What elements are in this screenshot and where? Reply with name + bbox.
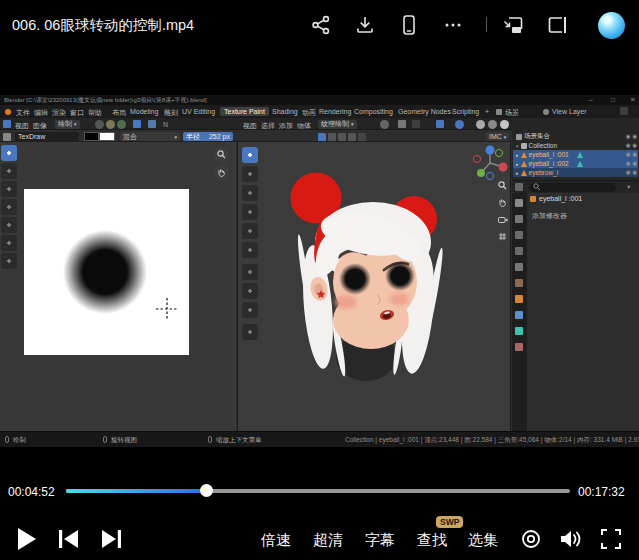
image-menu-view: 视图 xyxy=(15,121,29,131)
npanel-label: N xyxy=(163,121,168,128)
download-icon[interactable] xyxy=(354,14,376,36)
close-icon: ✕ xyxy=(630,96,635,104)
properties-caret: ▾ xyxy=(627,183,630,191)
visibility-icons: ◉ ◉◉ ◉◉ ◉◉ ◉◉ ◉ xyxy=(621,132,637,177)
more-icon[interactable] xyxy=(442,14,464,36)
tab-geometrynodes: Geometry Nodes xyxy=(398,108,451,115)
falloff-icon-3 xyxy=(338,133,346,141)
properties-type-icon xyxy=(515,183,523,191)
properties-panel: ▾ eyeball_l :001 添加修改器 xyxy=(512,180,639,431)
tool-cursor xyxy=(242,166,258,182)
find-button[interactable]: 查找 xyxy=(417,531,447,550)
blender-logo xyxy=(5,109,11,115)
status-hint-paint: 绘制 xyxy=(13,436,26,445)
viewlayer-name: View Layer xyxy=(552,108,587,115)
falloff-icon-5 xyxy=(358,133,366,141)
speed-button[interactable]: 倍速 xyxy=(261,531,291,550)
prop-tab-modifier xyxy=(515,311,523,319)
play-button[interactable] xyxy=(17,527,37,551)
eye-right xyxy=(385,261,415,291)
prop-tab-scene xyxy=(515,263,523,271)
paint-cursor-crosshair xyxy=(156,298,178,320)
status-stats: Collection | eyeball_l :001 | 顶点:23,448 … xyxy=(345,436,639,445)
vp-magnet-icon xyxy=(412,120,420,128)
blend-mode-dropdown: 混合▾ xyxy=(120,132,180,141)
brush-icon-1 xyxy=(95,120,104,129)
share-icon[interactable] xyxy=(310,14,332,36)
prop-tab-render xyxy=(515,215,523,223)
viewport-corner-badge: IMC▾ xyxy=(486,132,509,141)
tool-mask xyxy=(1,235,17,251)
blender-statusbar: 绘制 旋转视图 缩放上下文菜单 Collection | eyeball_l :… xyxy=(0,431,639,447)
avatar[interactable] xyxy=(598,12,625,39)
tool-scale xyxy=(242,223,258,239)
brush-icon-2 xyxy=(106,120,115,129)
subtitle-button[interactable]: 字幕 xyxy=(365,531,395,550)
viewlayer-icon xyxy=(543,109,549,115)
quality-button[interactable]: 超清 xyxy=(313,531,343,550)
menu-help: 帮助 xyxy=(88,108,102,118)
pan-hand-button xyxy=(214,165,229,180)
vp-proportional-icon xyxy=(436,120,444,128)
primary-color-swatch xyxy=(84,132,99,141)
tab-modeling: Modeling xyxy=(130,108,158,115)
next-button[interactable] xyxy=(100,529,122,549)
tab-animation: 动画 xyxy=(302,108,316,118)
record-icon[interactable] xyxy=(521,529,541,549)
tool-addcube xyxy=(242,302,258,318)
radius-label: 半径 xyxy=(186,132,200,142)
mouse-icon-2 xyxy=(103,436,107,443)
falloff-icon-1 xyxy=(318,133,326,141)
tool-extra xyxy=(242,324,258,340)
playlist-button[interactable]: 选集 xyxy=(468,531,498,550)
tab-add: + xyxy=(485,108,489,115)
vp-mode-dropdown: 纹理绘制▾ xyxy=(318,120,357,129)
vp-tool-icon1 xyxy=(380,120,389,129)
video-frame[interactable]: Blender [C:\课堂\23200913(魔女玩偶new folder)\… xyxy=(0,95,639,447)
vp-hand-button xyxy=(495,195,510,210)
properties-tab-strip xyxy=(512,193,527,432)
tab-compositing: Compositing xyxy=(354,108,393,115)
tool-annotate-vp xyxy=(242,264,258,280)
scene-name: 场景 xyxy=(505,108,519,118)
device-icon[interactable] xyxy=(398,13,420,37)
outliner-row-collection: ▾Collection xyxy=(513,141,638,150)
vp-shading-icon2 xyxy=(488,120,497,129)
tab-texturepaint: Texture Paint xyxy=(220,107,269,116)
mouse-icon-1 xyxy=(5,436,9,443)
prop-tab-viewlayer xyxy=(515,247,523,255)
prev-button[interactable] xyxy=(58,529,80,549)
outliner-row-eyeball2: ▸eyeball_l :002 xyxy=(513,159,638,168)
image-editor-type-icon xyxy=(3,120,11,128)
image-menu-image: 图像 xyxy=(33,121,47,131)
toolbar-divider xyxy=(486,17,487,32)
fullscreen-icon[interactable] xyxy=(601,529,621,549)
menu-render: 渲染 xyxy=(52,108,66,118)
tool-smear xyxy=(1,181,17,197)
tab-shading: Shading xyxy=(272,108,298,115)
pip-icon[interactable] xyxy=(501,14,524,36)
status-hint-rotate: 旋转视图 xyxy=(111,436,137,445)
img-icon xyxy=(148,120,156,128)
mini-window-icon[interactable] xyxy=(546,14,568,36)
radius-value: 252 px xyxy=(209,133,230,140)
prop-tab-output xyxy=(515,231,523,239)
image-editor-panel xyxy=(0,142,236,431)
secondary-color-swatch xyxy=(99,132,115,141)
right-column: 场景集合 ▾Collection ▸eyeball_l :001 ▸eyebal… xyxy=(512,118,639,431)
tool-select-box xyxy=(242,147,258,163)
vp-snap-icon xyxy=(398,120,406,128)
properties-header: ▾ xyxy=(512,181,639,193)
topbar-right-icon xyxy=(620,107,628,115)
vp-menu-select: 选择 xyxy=(261,121,275,131)
scene-icon xyxy=(496,109,502,115)
nav-gizmo xyxy=(471,144,509,182)
falloff-icon-2 xyxy=(328,133,336,141)
progress-thumb[interactable] xyxy=(200,484,213,497)
volume-icon[interactable] xyxy=(560,529,582,549)
player-toolbar: 006. 06眼球转动的控制.mp4 xyxy=(0,0,639,50)
eye-left xyxy=(339,263,371,295)
tool-draw xyxy=(1,145,17,161)
blender-topbar: 文件 编辑 渲染 窗口 帮助 布局 Modeling 雕刻 UV Editing… xyxy=(0,105,639,118)
viewport-panel xyxy=(237,142,511,431)
